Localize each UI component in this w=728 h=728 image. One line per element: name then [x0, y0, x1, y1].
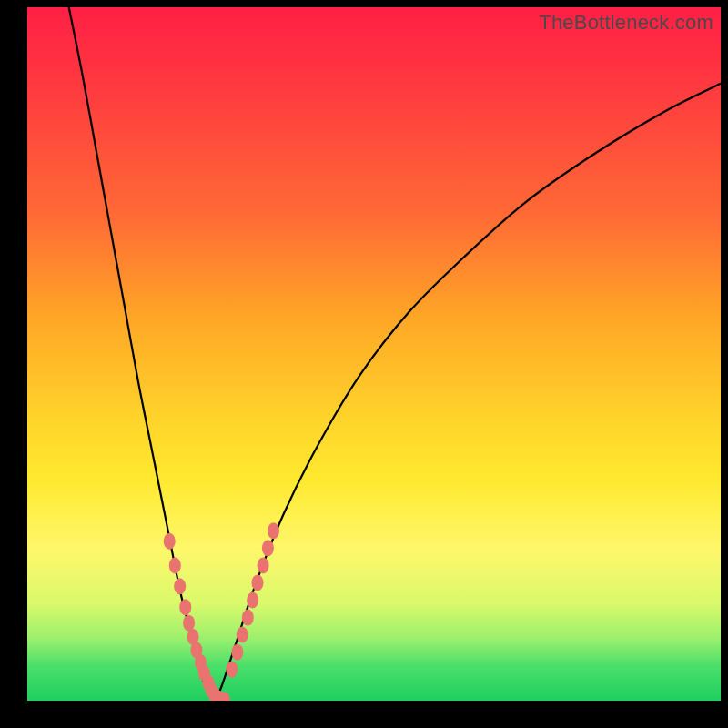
data-dot: [231, 644, 243, 661]
data-dot: [247, 592, 258, 609]
curve-left-branch: [69, 7, 215, 701]
data-dot: [169, 557, 181, 573]
highlight-dots-left: [164, 533, 230, 701]
data-dot: [268, 522, 279, 539]
data-dot: [262, 540, 274, 556]
highlight-dots-right: [226, 522, 279, 677]
plot-area: TheBottleneck.com: [27, 7, 721, 701]
data-dot: [258, 557, 269, 573]
chart-overlay: [27, 7, 721, 701]
data-dot: [237, 627, 248, 643]
data-dot: [242, 610, 254, 626]
data-dot: [179, 599, 191, 615]
data-dot: [164, 533, 176, 550]
data-dot: [226, 662, 238, 678]
curve-right-branch: [215, 84, 721, 701]
data-dot: [251, 574, 263, 591]
data-dot: [174, 578, 186, 594]
chart-frame: TheBottleneck.com: [0, 0, 728, 728]
